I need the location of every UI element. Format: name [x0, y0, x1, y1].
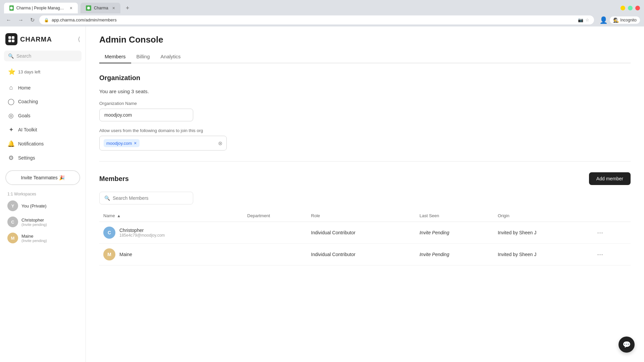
- sidebar-search-bar[interactable]: 🔍 Search: [4, 51, 82, 61]
- workspace-avatar-private: Y: [7, 200, 18, 211]
- domain-tag-text: moodjoy.com: [106, 141, 132, 146]
- col-header-department[interactable]: Department: [243, 210, 307, 222]
- sidebar-item-goals[interactable]: ◎ Goals: [3, 109, 83, 123]
- member-name-christopher: Christopher: [119, 228, 165, 233]
- tab-2-close[interactable]: ×: [112, 5, 115, 11]
- settings-icon: ⚙: [7, 154, 15, 162]
- chat-bubble[interactable]: 💬: [619, 337, 635, 353]
- sidebar-item-notifications[interactable]: 🔔 Notifications: [3, 137, 83, 151]
- add-member-button[interactable]: Add member: [589, 172, 631, 185]
- workspace-avatar-maine-initial: M: [11, 236, 15, 241]
- window-controls: [621, 6, 640, 10]
- address-bar[interactable]: 🔒 app.charma.com/admin/members 📷 ☆: [39, 15, 594, 24]
- member-last-seen-christopher: Invite Pending: [416, 222, 494, 244]
- members-header: Members Add member: [99, 172, 631, 185]
- search-members-icon: 🔍: [104, 195, 110, 201]
- search-members-bar[interactable]: 🔍: [99, 192, 193, 204]
- member-origin-maine: Invited by Sheen J: [494, 244, 590, 265]
- sidebar-item-settings-label: Settings: [18, 155, 35, 161]
- forward-button[interactable]: →: [16, 16, 25, 24]
- workspace-avatar-private-initial: Y: [11, 203, 14, 208]
- domain-tag-remove-icon[interactable]: ×: [134, 140, 137, 146]
- tab-billing[interactable]: Billing: [131, 50, 155, 63]
- member-role-christopher: Individual Contributor: [307, 222, 415, 244]
- invite-teammates-button[interactable]: Invite Teammates 🎉: [5, 170, 80, 185]
- profile-icon[interactable]: 👤: [599, 16, 608, 24]
- sidebar-collapse-button[interactable]: ⟨: [78, 36, 80, 43]
- sidebar-item-notifications-label: Notifications: [18, 141, 44, 146]
- workspace-sub-maine: (Invite pending): [21, 239, 47, 243]
- workspace-item-maine[interactable]: M Maine (Invite pending): [3, 230, 83, 246]
- tab-2[interactable]: Charma ×: [80, 3, 120, 13]
- col-header-origin[interactable]: Origin: [494, 210, 590, 222]
- logo-text: CHARMA: [20, 36, 52, 43]
- search-members-input[interactable]: [113, 195, 188, 201]
- workspace-item-christopher[interactable]: C Christopher (Invite pending): [3, 214, 83, 230]
- browser-chrome: Charma | People Management S... × Charma…: [0, 0, 644, 26]
- close-button[interactable]: [635, 6, 640, 10]
- svg-point-0: [10, 7, 13, 9]
- member-name-cell-christopher: C Christopher 185e4c79@moodjoy.com: [99, 222, 243, 244]
- member-dept-christopher: [243, 222, 307, 244]
- camera-icon: 📷: [578, 17, 583, 22]
- app-container: CHARMA ⟨ 🔍 Search ⭐ 13 days left ⌂ Home …: [0, 26, 644, 362]
- sidebar-item-home-label: Home: [18, 85, 31, 90]
- sidebar-item-home[interactable]: ⌂ Home: [3, 81, 83, 95]
- svg-rect-4: [8, 40, 11, 42]
- domain-clear-icon[interactable]: ⊗: [218, 140, 222, 146]
- trial-icon: ⭐: [8, 68, 15, 75]
- col-header-name[interactable]: Name ▲: [99, 210, 243, 222]
- col-header-role[interactable]: Role: [307, 210, 415, 222]
- content-area: Organization You are using 3 seats. Orga…: [86, 63, 644, 276]
- logo-icon: [5, 33, 17, 45]
- sidebar-item-coaching[interactable]: ◯ Coaching: [3, 95, 83, 109]
- page-title: Admin Console: [99, 35, 631, 45]
- star-icon[interactable]: ☆: [585, 17, 589, 22]
- logo-area: CHARMA ⟨: [3, 31, 83, 51]
- domain-input-box[interactable]: moodjoy.com × ⊗: [99, 136, 227, 150]
- reload-button[interactable]: ↻: [28, 15, 37, 24]
- sidebar-item-settings[interactable]: ⚙ Settings: [3, 151, 83, 165]
- chat-icon: 💬: [623, 341, 631, 349]
- svg-rect-3: [12, 36, 14, 39]
- domain-tag: moodjoy.com ×: [104, 139, 140, 147]
- tab-1-close[interactable]: ×: [70, 5, 72, 11]
- member-actions-christopher: ⋯: [590, 222, 631, 244]
- nav-section: ⌂ Home ◯ Coaching ◎ Goals ✦ AI Toolkit 🔔…: [3, 81, 83, 165]
- toolbar-icons: 👤 🕵️ Incognito: [599, 16, 640, 24]
- table-header-row: Name ▲ Department Role Last Seen Origin: [99, 210, 631, 222]
- workspace-sub-christopher: (Invite pending): [21, 223, 47, 227]
- col-header-last-seen[interactable]: Last Seen: [416, 210, 494, 222]
- workspace-item-private[interactable]: Y You (Private): [3, 198, 83, 214]
- member-last-seen-maine: Invite Pending: [416, 244, 494, 265]
- member-more-button-christopher[interactable]: ⋯: [594, 228, 606, 238]
- new-tab-button[interactable]: +: [123, 3, 132, 13]
- member-more-button-maine[interactable]: ⋯: [594, 249, 606, 259]
- incognito-badge: 🕵️ Incognito: [610, 16, 640, 24]
- workspace-name-private: You (Private): [21, 203, 47, 208]
- incognito-label: Incognito: [620, 18, 637, 22]
- workspace-info-private: You (Private): [21, 203, 47, 208]
- sidebar-item-ai-toolkit[interactable]: ✦ AI Toolkit: [3, 123, 83, 137]
- maximize-button[interactable]: [628, 6, 633, 10]
- title-bar: Charma | People Management S... × Charma…: [0, 0, 644, 13]
- organization-section-title: Organization: [99, 74, 631, 82]
- workspace-avatar-christopher: C: [7, 217, 18, 227]
- tabs-nav: Members Billing Analytics: [99, 50, 631, 63]
- svg-point-1: [87, 7, 90, 9]
- seats-text: You are using 3 seats.: [99, 88, 631, 94]
- tab-analytics[interactable]: Analytics: [155, 50, 186, 63]
- workspace-name-maine: Maine: [21, 234, 47, 239]
- tab-members[interactable]: Members: [99, 50, 131, 63]
- member-info-maine: Maine: [119, 252, 132, 257]
- coaching-icon: ◯: [7, 98, 15, 105]
- workspace-avatar-christopher-initial: C: [11, 220, 14, 225]
- back-button[interactable]: ←: [4, 16, 13, 24]
- tab-1[interactable]: Charma | People Management S... ×: [4, 3, 78, 13]
- svg-rect-5: [12, 40, 14, 42]
- org-name-input[interactable]: [99, 109, 193, 121]
- member-avatar-christopher: C: [103, 227, 115, 239]
- minimize-button[interactable]: [621, 6, 625, 10]
- workspace-info-maine: Maine (Invite pending): [21, 234, 47, 243]
- sidebar-search-text: Search: [16, 53, 31, 59]
